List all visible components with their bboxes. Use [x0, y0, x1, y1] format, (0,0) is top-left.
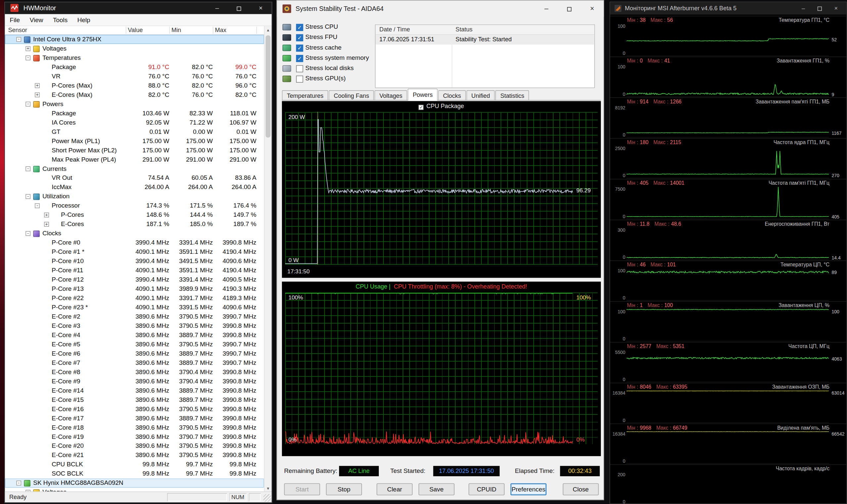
hwmonitor-row[interactable]: +E-Cores187.1 %185.0 %189.7 % — [5, 220, 264, 229]
monitor-panel[interactable]: Мін :0Макс :41Завантаження ГП1, %10009 — [610, 56, 846, 97]
menu-view[interactable]: View — [25, 17, 48, 23]
tree-expand-toggle[interactable]: - — [25, 166, 31, 171]
column-value[interactable]: Value — [128, 27, 143, 33]
hwmonitor-row[interactable]: E-Core #83890.6 MHz3790.4 MHz3990.8 MHz — [5, 367, 264, 377]
hwmonitor-row[interactable]: E-Core #193890.6 MHz3790.7 MHz3990.8 MHz — [5, 432, 264, 442]
checkbox-stress-gpu-s-[interactable] — [296, 76, 303, 83]
maximize-icon[interactable] — [228, 2, 250, 14]
hwmonitor-row[interactable]: E-Core #73890.6 MHz3889.7 MHz3990.7 MHz — [5, 358, 264, 367]
tab-unified[interactable]: Unified — [467, 90, 495, 101]
hwmonitor-row[interactable]: +P-Cores148.6 %144.4 %149.7 % — [5, 211, 264, 220]
hwmonitor-row[interactable]: Package103.46 W82.33 W118.01 W — [5, 109, 264, 118]
monitor-panel[interactable]: Мін :11.8Макс :48.6Енергоспоживання ГП1,… — [610, 220, 846, 260]
afterburner-titlebar[interactable]: Моніторинг MSI Afterburner v4.6.6 Beta 5… — [610, 2, 846, 15]
monitor-panel[interactable]: Мін :180Макс :2115Частота ядра ГП1, МГц2… — [610, 138, 846, 179]
stop-button[interactable]: Stop — [326, 483, 362, 495]
hwmonitor-row[interactable]: -Currents — [5, 164, 264, 174]
hwmonitor-row[interactable]: +E-Cores (Max)82.0 °C76.0 °C82.0 °C — [5, 90, 264, 100]
close-button[interactable]: Close — [563, 483, 599, 495]
tree-expand-toggle[interactable]: - — [25, 194, 31, 199]
minimize-icon[interactable]: – — [795, 2, 811, 15]
preferences-button[interactable]: Preferences — [511, 483, 547, 495]
hwmonitor-row[interactable]: P-Core #224090.1 MHz3391.7 MHz4189.3 MHz — [5, 293, 264, 303]
log-row[interactable]: 17.06.2025 17:31:51 Stability Test: Star… — [376, 35, 594, 44]
close-icon[interactable]: × — [828, 2, 844, 15]
hwmonitor-row[interactable]: GT0.01 W0.00 W0.01 W — [5, 127, 264, 137]
hwmonitor-row[interactable]: +Voltages — [5, 44, 264, 53]
hwmonitor-row[interactable]: -Clocks — [5, 229, 264, 238]
hwmonitor-row[interactable]: SOC BCLK99.8 MHz99.7 MHz99.8 MHz — [5, 469, 264, 479]
monitor-panel[interactable]: Мін :38Макс :56Температура ГП1, °C100052 — [610, 16, 846, 56]
hwmonitor-row[interactable]: -Processor174.3 %171.5 %176.4 % — [5, 201, 264, 211]
tree-expand-toggle[interactable]: - — [35, 203, 40, 208]
checkbox-stress-cache[interactable]: ✓ — [296, 44, 303, 52]
hwmonitor-row[interactable]: Power Max (PL1)175.00 W175.00 W175.00 W — [5, 137, 264, 146]
hwmonitor-row[interactable]: -Powers — [5, 100, 264, 109]
hwmonitor-row[interactable]: E-Core #43890.6 MHz3889.7 MHz3990.8 MHz — [5, 330, 264, 340]
tree-expand-toggle[interactable]: - — [16, 480, 21, 485]
hwmonitor-row[interactable]: -SK Hynix HMCG88AGBSA092N — [5, 479, 264, 488]
checkbox-stress-local-disks[interactable] — [296, 65, 303, 72]
tree-expand-toggle[interactable]: + — [35, 83, 40, 88]
test-log-table[interactable]: Date / Time Status 17.06.2025 17:31:51 S… — [375, 24, 595, 88]
hwmonitor-row[interactable]: P-Core #23 *4090.1 MHz3391.5 MHz4090.6 M… — [5, 303, 264, 312]
aida64-titlebar[interactable]: System Stability Test - AIDA64 – × — [277, 1, 604, 17]
hwmonitor-row[interactable]: P-Core #114090.1 MHz3591.1 MHz4190.4 MHz — [5, 266, 264, 275]
hwmonitor-row[interactable]: IccMax264.00 A264.00 A264.00 A — [5, 183, 264, 192]
hwmonitor-row[interactable]: E-Core #63890.6 MHz3889.7 MHz3990.7 MHz — [5, 349, 264, 358]
hwmonitor-row[interactable]: E-Core #143890.6 MHz3889.7 MHz3990.8 MHz — [5, 386, 264, 395]
menu-tools[interactable]: Tools — [48, 17, 72, 23]
hwmonitor-row[interactable]: -Temperatures — [5, 53, 264, 62]
hwmonitor-row[interactable]: IA Cores92.05 W71.22 W106.97 W — [5, 118, 264, 127]
tree-expand-toggle[interactable]: - — [16, 37, 21, 42]
monitor-panel[interactable]: Мін :2577Макс :5351Частота ЦП, МГц550004… — [610, 342, 846, 383]
tab-voltages[interactable]: Voltages — [375, 90, 407, 101]
hwmonitor-row[interactable]: Package91.0 °C82.0 °C99.0 °C — [5, 62, 264, 72]
column-sensor[interactable]: Sensor — [8, 27, 27, 33]
hwmonitor-row[interactable]: E-Core #183890.6 MHz3790.5 MHz3990.8 MHz — [5, 423, 264, 432]
save-button[interactable]: Save — [418, 483, 455, 495]
close-icon[interactable]: × — [581, 1, 604, 17]
scrollbar-thumb[interactable] — [266, 35, 271, 138]
hwmonitor-row[interactable]: E-Core #203890.6 MHz3790.5 MHz3990.8 MHz — [5, 442, 264, 451]
hwmonitor-row[interactable]: E-Core #173890.6 MHz3889.7 MHz3990.8 MHz — [5, 414, 264, 423]
tree-expand-toggle[interactable]: + — [44, 221, 49, 227]
clear-button[interactable]: Clear — [377, 483, 413, 495]
monitor-panel[interactable]: Мін :9968Макс :66749Виділена пам'ять, МБ… — [610, 424, 846, 464]
hwmonitor-row[interactable]: VR Out74.54 A60.05 A83.86 A — [5, 174, 264, 183]
checkbox-stress-cpu[interactable]: ✓ — [296, 24, 303, 31]
close-icon[interactable]: × — [250, 2, 272, 14]
hwmonitor-row[interactable]: P-Core #03990.4 MHz3391.4 MHz3990.8 MHz — [5, 238, 264, 248]
hwmonitor-row[interactable]: E-Core #53890.6 MHz3790.5 MHz3990.7 MHz — [5, 340, 264, 349]
hwmonitor-table-header[interactable]: Sensor Value Min Max — [5, 26, 264, 35]
column-min[interactable]: Min — [171, 27, 181, 33]
tree-expand-toggle[interactable]: - — [25, 55, 31, 60]
hwmonitor-row[interactable]: +P-Cores (Max)88.0 °C82.0 °C96.0 °C — [5, 81, 264, 90]
menu-help[interactable]: Help — [72, 17, 95, 23]
tree-expand-toggle[interactable]: - — [25, 231, 31, 236]
tab-statistics[interactable]: Statistics — [495, 90, 529, 101]
hwmonitor-row[interactable]: E-Core #23890.6 MHz3790.5 MHz3990.7 MHz — [5, 312, 264, 321]
hwmonitor-row[interactable]: P-Core #103990.4 MHz3491.5 MHz4090.6 MHz — [5, 256, 264, 266]
hwmonitor-row[interactable]: P-Core #123990.4 MHz3391.4 MHz4090.5 MHz — [5, 275, 264, 284]
tab-cooling-fans[interactable]: Cooling Fans — [329, 90, 374, 101]
monitor-panel[interactable]: Мін :8046Макс :63395Завантаження ОЗП, МБ… — [610, 383, 846, 424]
hwmonitor-scrollbar[interactable]: ▲ ▼ — [264, 26, 272, 492]
minimize-icon[interactable]: – — [206, 2, 228, 14]
maximize-icon[interactable] — [558, 1, 581, 17]
hwmonitor-row[interactable]: E-Core #153890.6 MHz3889.7 MHz3990.8 MHz — [5, 395, 264, 404]
legend-checkbox[interactable]: ✓ — [419, 105, 424, 110]
tree-expand-toggle[interactable]: + — [44, 212, 49, 217]
hwmonitor-row[interactable]: E-Core #33890.6 MHz3790.5 MHz3990.8 MHz — [5, 321, 264, 330]
hwmonitor-row[interactable]: P-Core #134090.1 MHz3989.9 MHz4190.3 MHz — [5, 284, 264, 293]
monitor-panel[interactable]: Мін :405Макс :14001Частота пам'яті ГП1, … — [610, 179, 846, 219]
tree-expand-toggle[interactable]: + — [25, 46, 31, 51]
hwmonitor-row[interactable]: E-Core #213890.6 MHz3790.5 MHz3990.8 MHz — [5, 451, 264, 460]
start-button[interactable]: Start — [284, 483, 320, 495]
tree-expand-toggle[interactable]: - — [25, 102, 31, 106]
hwmonitor-titlebar[interactable]: HWMonitor – × — [5, 2, 272, 14]
monitor-panel[interactable]: Мін :46Макс :101Температура ЦП, °C100089 — [610, 260, 846, 301]
hwmonitor-row[interactable]: -Intel Core Ultra 9 275HX — [5, 35, 264, 44]
minimize-icon[interactable]: – — [535, 1, 558, 17]
hwmonitor-row[interactable]: E-Core #163890.6 MHz3790.5 MHz3990.8 MHz — [5, 404, 264, 414]
